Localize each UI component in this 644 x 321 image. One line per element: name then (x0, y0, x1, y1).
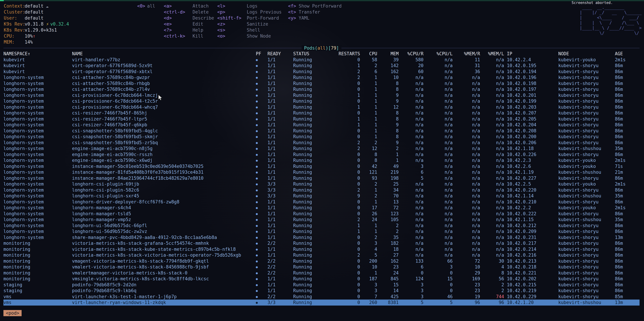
cell-ready: 3/3 (268, 193, 293, 199)
table-row[interactable]: longhorn-systemlonghorn-driver-deployer-… (4, 199, 640, 205)
cell-ready: 2/2 (268, 264, 293, 270)
cell-cpu: 1 (360, 75, 377, 81)
table-row[interactable]: longhorn-systemcsi-resizer-7466f7b45f-q6… (4, 122, 640, 128)
table-row[interactable]: monitoringvmalert-victoria-metrics-k8s-s… (4, 264, 640, 270)
column-header-name[interactable]: NAME (72, 51, 254, 57)
table-row[interactable]: stagingpodinfo-79db68f5c9-2d2dn●1/1Runni… (4, 282, 640, 288)
cell-cpu: 4 (360, 246, 377, 252)
cell-meml: n/a (480, 223, 504, 229)
table-row[interactable]: longhorn-systemlonghorn-csi-plugin-69tjb… (4, 181, 640, 187)
cell-age: 86m (612, 81, 640, 87)
table-row[interactable]: longhorn-systeminstance-manager-81fd5a40… (4, 169, 640, 175)
column-header-meml[interactable]: %MEM/L (480, 51, 504, 57)
cell-memr: 36 (453, 69, 480, 75)
table-row[interactable]: longhorn-systemengine-image-ei-acb7590c-… (4, 152, 640, 158)
cell-cpur: n/a (399, 86, 424, 92)
table-title-part: ] (336, 46, 339, 51)
table-row[interactable]: longhorn-systemcsi-provisioner-6c78dcb66… (4, 104, 640, 110)
table-row[interactable]: monitoringvmsingle-victoria-metrics-k8s-… (4, 276, 640, 282)
column-header-ip[interactable]: IP (504, 51, 556, 57)
table-row[interactable]: longhorn-systemcsi-snapshotter-58bf69fbd… (4, 134, 640, 140)
table-row[interactable]: longhorn-systemlonghorn-manager-tsld5●1/… (4, 211, 640, 217)
table-row[interactable]: monitoringvictoria-metrics-k8s-stack-vic… (4, 252, 640, 258)
cell-cpur: n/a (399, 152, 424, 158)
table-row[interactable]: longhorn-systemengine-image-ei-acb7590c-… (4, 157, 640, 163)
cell-ip: 10.42.2.4 (504, 57, 556, 63)
table-row[interactable]: monitoringvictoria-metrics-k8s-stack-kub… (4, 246, 640, 252)
table-row[interactable]: longhorn-systemcsi-provisioner-6c78dcb66… (4, 92, 640, 98)
breadcrumb-pod[interactable]: <pod> (4, 310, 22, 316)
cell-age: 2m1s (612, 181, 640, 187)
column-header-cpu[interactable]: CPU (360, 51, 377, 57)
table-row[interactable]: longhorn-systemcsi-snapshotter-58bf69fbd… (4, 140, 640, 146)
column-header-pf[interactable]: PF (254, 51, 268, 57)
table-row[interactable]: longhorn-systemengine-image-ei-acb7590c-… (4, 146, 640, 152)
cell-memr: n/a (453, 110, 480, 116)
cell-cpur: n/a (399, 187, 424, 193)
column-header-ns[interactable]: NAMESPACE↑ (4, 51, 72, 57)
cell-ready: 1/1 (268, 217, 293, 223)
table-row[interactable]: kubevirtvirt-operator-6776f5689d-xbtxl●1… (4, 69, 640, 75)
table-row[interactable]: longhorn-systemshare-manager-pvc-4bbd842… (4, 234, 640, 240)
table-row[interactable]: stagingpodinfo-79db68f5c9-lkb6q●1/1Runni… (4, 288, 640, 294)
cell-name: csi-resizer-7466f7b45f-ltpr5 (72, 116, 254, 122)
table-row[interactable]: longhorn-systemlonghorn-ui-56d9b575dc-zw… (4, 228, 640, 234)
cell-name: virt-operator-6776f5689d-xbtxl (72, 69, 254, 75)
cell-pf: ● (254, 146, 268, 152)
table-row[interactable]: longhorn-systemlonghorn-manager-s4ch4●1/… (4, 205, 640, 211)
cell-cpu: 1 (360, 104, 377, 110)
column-header-restarts[interactable]: RESTARTS (334, 51, 360, 57)
column-header-memr[interactable]: %MEM/R (453, 51, 480, 57)
cell-memr: n/a (453, 234, 480, 240)
table-row[interactable]: longhorn-systeminstance-manager-5bc01eeb… (4, 163, 640, 169)
info-row: CPU:10%↑ (4, 33, 69, 39)
table-row[interactable]: longhorn-systeminstance-manager-84ae2159… (4, 175, 640, 181)
cell-ns: vms (4, 299, 72, 305)
cell-ip: 10.42.0.216 (504, 252, 556, 258)
table-row[interactable]: longhorn-systemcsi-resizer-7466f7b45f-86… (4, 110, 640, 116)
table-row[interactable]: longhorn-systemcsi-resizer-7466f7b45f-lt… (4, 116, 640, 122)
table-row[interactable]: longhorn-systemlonghorn-csi-plugin-582c6… (4, 187, 640, 193)
column-header-status[interactable]: STATUS (293, 51, 334, 57)
column-header-age[interactable]: AGE (612, 51, 640, 57)
column-header-node[interactable]: NODE (556, 51, 612, 57)
table-row[interactable]: longhorn-systemcsi-attacher-57689cc84b-g… (4, 75, 640, 81)
cell-cpur: n/a (399, 193, 424, 199)
cell-ns: longhorn-system (4, 140, 72, 146)
table-row[interactable]: monitoringvmagent-victoria-metrics-k8s-s… (4, 258, 640, 264)
cell-memr: 29 (453, 270, 480, 276)
cell-pf: ● (254, 75, 268, 81)
info-label: MEM: (4, 39, 25, 45)
table-row[interactable]: longhorn-systemcsi-attacher-57689cc84b-r… (4, 81, 640, 87)
cell-age: 86m (612, 98, 640, 104)
table-row[interactable]: kubevirtvirt-handler-v77bz●1/1Running058… (4, 57, 640, 63)
table-row[interactable]: longhorn-systemlonghorn-manager-vmp5z●1/… (4, 217, 640, 223)
cell-mem: 49 (377, 163, 399, 169)
cell-mem: 8 (377, 110, 399, 116)
column-header-cpul[interactable]: %CPU/L (424, 51, 453, 57)
column-header-ready[interactable]: READY (268, 51, 293, 57)
cell-pf: ● (254, 81, 268, 87)
table-row[interactable]: longhorn-systemcsi-provisioner-6c78dcb66… (4, 98, 640, 104)
table-row[interactable]: longhorn-systemcsi-attacher-57689cc84b-z… (4, 86, 640, 92)
cell-mem: 1 (377, 152, 399, 158)
cell-mem: 425 (377, 294, 399, 300)
table-row[interactable]: longhorn-systemcsi-snapshotter-58bf69fbd… (4, 128, 640, 134)
cell-memr: n/a (453, 187, 480, 193)
table-row[interactable]: vmsvirt-launcher-ryan-windows-11-zkdqk●3… (4, 299, 640, 305)
table-row[interactable]: monitoringvmalertmanager-victoria-metric… (4, 270, 640, 276)
cell-ip: 10.42.0.209 (504, 228, 556, 234)
table-row[interactable]: monitoringvictoria-metrics-k8s-stack-gra… (4, 240, 640, 246)
hotkey-item: <e>Edit (164, 21, 214, 27)
cell-pf: ● (254, 181, 268, 187)
column-header-mem[interactable]: MEM (377, 51, 399, 57)
cell-cpur: n/a (399, 211, 424, 217)
table-row[interactable]: vmsvirt-launcher-k3s-test-1-master-1-j6p… (4, 294, 640, 300)
cell-status: Running (293, 116, 334, 122)
table-row[interactable]: longhorn-systemlonghorn-csi-plugin-sxr45… (4, 193, 640, 199)
table-row[interactable]: kubevirtvirt-operator-6776f5689d-5zx9t●1… (4, 63, 640, 69)
cell-memr: n/a (453, 98, 480, 104)
column-header-cpur[interactable]: %CPU/R (399, 51, 424, 57)
table-row[interactable]: longhorn-systemlonghorn-ui-56d9b575dc-66… (4, 223, 640, 229)
cell-name: victoria-metrics-k8s-stack-kube-state-me… (72, 246, 254, 252)
